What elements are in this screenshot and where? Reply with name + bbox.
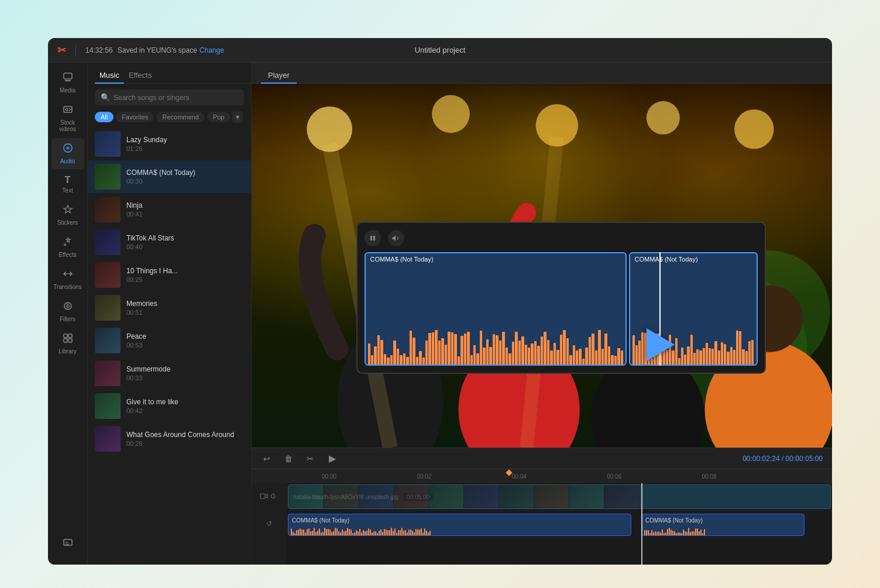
tab-music[interactable]: Music [95, 67, 124, 83]
music-list-item[interactable]: Summermode 00:33 [88, 357, 251, 390]
split-button[interactable]: ✂ [304, 452, 316, 466]
music-list-item[interactable]: Give it to me like 00:42 [88, 390, 251, 422]
mini-wave-bar [676, 533, 677, 536]
music-list-item[interactable]: What Goes Around Comes Around 00:26 [88, 422, 251, 455]
mini-wave-bar [361, 532, 362, 535]
waveform-bar [374, 346, 376, 365]
music-list-item[interactable]: COMMA$ (Not Today) 00:30 [88, 160, 251, 193]
music-thumbnail [95, 295, 121, 321]
filter-all[interactable]: All [95, 112, 114, 122]
waveform-bar [733, 350, 735, 365]
mini-wave-bar [336, 528, 338, 536]
waveform-bar [714, 341, 717, 365]
mini-wave-bar [407, 532, 408, 536]
filter-favorites[interactable]: Favorites [116, 112, 154, 122]
sidebar-item-transitions[interactable]: Transitions [51, 264, 84, 295]
waveform-bar [403, 353, 405, 365]
delete-button[interactable]: 🗑 [282, 452, 295, 466]
transitions-icon [63, 269, 73, 282]
waveform-bars-left [366, 298, 625, 365]
sidebar-item-media[interactable]: Media [51, 67, 84, 98]
waveform-bar [611, 355, 613, 365]
sidebar-item-stickers[interactable]: Stickers [51, 200, 84, 231]
waveform-bar [528, 348, 530, 365]
audio-loop-icon[interactable]: ↺ [266, 520, 272, 528]
music-list-item[interactable]: Peace 00:53 [88, 324, 251, 357]
music-name: TikTok All Stars [126, 234, 244, 242]
stickers-icon [63, 204, 73, 218]
svg-rect-30 [373, 236, 375, 240]
music-list: Lazy Sunday 01:26 COMMA$ (Not Today) 00:… [88, 128, 251, 565]
timeline-play-button[interactable]: ▶ [325, 452, 339, 466]
undo-button[interactable]: ↩ [261, 452, 273, 466]
music-list-item[interactable]: Ninja 00:41 [88, 193, 251, 226]
mini-wave-bar [380, 529, 381, 536]
music-list-item[interactable]: 10 Things I Ha... 00:25 [88, 259, 251, 291]
mini-wave-bar [426, 531, 427, 536]
video-track-icon [260, 492, 268, 502]
mini-wave-bar [692, 531, 693, 536]
music-name: Peace [126, 332, 244, 341]
waveform-bar [604, 333, 607, 365]
mini-wave-bar [384, 529, 385, 536]
sidebar-item-effects[interactable]: Effects [51, 232, 84, 263]
mini-wave-bar [354, 532, 355, 535]
sidebar-item-stock[interactable]: Stock videos [51, 99, 84, 137]
music-list-item[interactable]: TikTok All Stars 00:40 [88, 226, 251, 259]
svg-point-5 [67, 147, 69, 149]
sidebar-item-library[interactable]: Library [51, 328, 84, 359]
waveform-bar [684, 355, 686, 365]
waveform-bar [393, 341, 396, 365]
waveform-bar [748, 341, 751, 365]
mini-waveform-main [288, 524, 631, 536]
sidebar-item-filters[interactable]: Filters [51, 296, 84, 327]
tab-effects[interactable]: Effects [124, 67, 157, 83]
waveform-bar [406, 357, 408, 365]
search-input[interactable] [114, 94, 238, 102]
audio-clip-main[interactable]: COMMA$ (Not Today) [288, 514, 631, 536]
music-duration: 00:42 [126, 407, 244, 414]
video-clip[interactable]: natalia-blauth-lysnA8OxYl8-unsplash.jpg … [288, 484, 831, 509]
mini-wave-bar [700, 529, 702, 536]
play-pause-button[interactable] [365, 230, 381, 246]
change-button[interactable]: Change [200, 46, 224, 54]
music-list-item[interactable]: Memories 00:51 [88, 291, 251, 324]
waveform-bar [554, 343, 556, 365]
waveform-bar [422, 357, 425, 365]
cursor-arrow [647, 328, 675, 361]
mini-wave-bar [422, 532, 424, 536]
waveform-bar [483, 348, 485, 365]
sidebar-item-captions[interactable] [51, 532, 84, 556]
filter-pop[interactable]: Pop [207, 112, 231, 122]
waveform-bar [550, 350, 552, 365]
timeline-toolbar: ↩ 🗑 ✂ ▶ 00:00:02:24 / 00:00:05:00 [252, 448, 832, 469]
filter-more-button[interactable]: ▾ [232, 111, 243, 123]
ruler-mark: 00:04 [512, 473, 607, 480]
audio-clip-secondary[interactable]: COMMA$ (Not Today) [641, 514, 805, 536]
video-mute-icon[interactable] [270, 492, 279, 502]
ruler-marks: 00:00 00:02 00:04 00:06 00:08 [322, 473, 797, 480]
mini-wave-bar [373, 531, 374, 536]
waveform-bar [428, 333, 431, 365]
sidebar-item-audio[interactable]: Audio [51, 138, 84, 169]
waveform-bar [448, 332, 450, 365]
waveform-bar [515, 332, 517, 365]
music-list-item[interactable]: Lazy Sunday 01:26 [88, 128, 251, 160]
music-thumbnail [95, 360, 121, 386]
mini-wave-bar [428, 532, 429, 536]
search-box[interactable]: 🔍 [95, 90, 244, 105]
audio-track-left[interactable]: COMMA$ (Not Today) [365, 252, 627, 366]
mini-wave-bar [322, 532, 324, 536]
mini-wave-bar [421, 528, 422, 536]
mini-wave-bar [401, 528, 403, 536]
header-save-text: Saved in YEUNG's space [118, 46, 197, 54]
sidebar-item-text[interactable]: T Text [51, 170, 84, 198]
waveform-bar [460, 336, 463, 365]
filter-recommend[interactable]: Recommend [156, 112, 204, 122]
volume-button[interactable] [388, 230, 404, 246]
svg-rect-10 [68, 339, 72, 342]
waveform-bar [541, 336, 543, 365]
header-divider [75, 44, 76, 56]
music-duration: 00:40 [126, 243, 244, 250]
tab-player[interactable]: Player [261, 67, 297, 83]
